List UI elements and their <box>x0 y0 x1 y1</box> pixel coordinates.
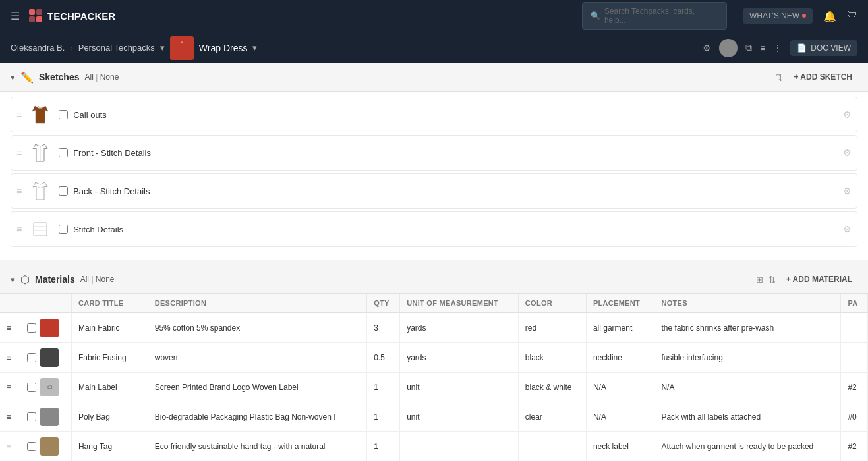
filter-icon[interactable]: ≡ <box>760 43 765 53</box>
project-dropdown-icon[interactable]: ▾ <box>252 43 257 53</box>
material-color: black & white <box>518 373 586 402</box>
material-notes: N/A <box>654 373 841 402</box>
sketch-back-icon <box>28 179 52 203</box>
sketches-filter-all[interactable]: All <box>84 72 93 82</box>
materials-header-right: ⊞ ⇅ + ADD MATERIAL <box>756 272 857 286</box>
materials-grid-icon[interactable]: ⊞ <box>756 275 763 285</box>
color-swatch <box>40 348 59 367</box>
bell-icon[interactable]: 🔔 <box>823 10 836 22</box>
sketches-filter-none[interactable]: None <box>100 72 119 82</box>
th-pa: PA <box>841 294 868 313</box>
thumb-cell <box>20 343 72 373</box>
materials-tbody: ≡ Main Fabric 95% cotton 5% spandex 3 ya… <box>0 313 868 461</box>
materials-filter-none[interactable]: None <box>96 275 115 284</box>
user-avatar[interactable] <box>719 39 738 57</box>
drag-cell[interactable]: ≡ <box>0 313 20 343</box>
svg-rect-1 <box>36 9 42 15</box>
workspace-dropdown-icon[interactable]: ▾ <box>160 43 165 53</box>
add-sketch-button[interactable]: + ADD SKETCH <box>788 70 857 84</box>
sketch-name: Call outs <box>73 110 838 120</box>
material-checkbox[interactable] <box>27 412 36 421</box>
th-unit: UNIT OF MEASUREMENT <box>400 294 519 313</box>
drag-handle-icon[interactable]: ≡ <box>16 224 22 234</box>
material-color: black <box>518 343 586 373</box>
th-qty: QTY <box>367 294 400 313</box>
sketch-settings-icon[interactable]: ⚙ <box>843 224 852 234</box>
material-title[interactable]: Fabric Fusing <box>71 343 148 373</box>
th-placement: PLACEMENT <box>586 294 654 313</box>
material-qty: 1 <box>367 402 400 432</box>
material-title[interactable]: Hang Tag <box>71 432 148 462</box>
materials-table-header: Card Title DESCRIPTION QTY UNIT OF MEASU… <box>0 294 868 313</box>
material-unit: yards <box>400 313 519 343</box>
material-placement: all garment <box>586 313 654 343</box>
sketch-thumbnail <box>27 140 53 166</box>
sketch-checkbox[interactable] <box>59 110 68 119</box>
sketches-title: Sketches <box>39 72 79 82</box>
drag-cell[interactable]: ≡ <box>0 373 20 402</box>
material-checkbox[interactable] <box>27 442 36 451</box>
breadcrumb-workspace[interactable]: Personal Techpacks <box>78 43 155 53</box>
breadcrumb-bar: Oleksandra B. › Personal Techpacks ▾ Wra… <box>0 32 868 63</box>
material-title[interactable]: Main Label <box>71 373 148 402</box>
search-placeholder: Search Techpacks, cards, help... <box>604 7 718 25</box>
material-placement: N/A <box>586 373 654 402</box>
doc-view-button[interactable]: 📄 DOC VIEW <box>790 40 857 56</box>
sketch-settings-icon[interactable]: ⚙ <box>843 186 852 196</box>
drag-cell[interactable]: ≡ <box>0 343 20 373</box>
breadcrumb-user[interactable]: Oleksandra B. <box>11 43 65 53</box>
copy-icon[interactable]: ⧉ <box>745 42 752 53</box>
logo-icon <box>28 8 43 24</box>
hamburger-menu[interactable]: ☰ <box>11 10 20 22</box>
materials-toggle[interactable]: ▾ <box>11 275 15 285</box>
drag-cell[interactable]: ≡ <box>0 402 20 432</box>
sketches-header-right: ⇅ + ADD SKETCH <box>776 70 857 84</box>
material-unit: unit <box>400 373 519 402</box>
color-swatch <box>40 408 59 426</box>
shield-icon[interactable]: 🛡 <box>847 10 857 22</box>
drag-handle-icon[interactable]: ≡ <box>16 109 22 120</box>
material-placement: N/A <box>586 402 654 432</box>
more-options-icon[interactable]: ⋮ <box>773 43 782 53</box>
th-color: COLOR <box>518 294 586 313</box>
settings-icon[interactable]: ⚙ <box>703 43 711 53</box>
th-thumb <box>20 294 72 313</box>
search-bar[interactable]: 🔍 Search Techpacks, cards, help... <box>582 2 727 30</box>
drag-handle-icon[interactable]: ≡ <box>16 186 22 196</box>
svg-rect-3 <box>36 16 42 22</box>
material-notes: Pack with all labels attached <box>654 402 841 432</box>
svg-rect-2 <box>29 16 35 22</box>
drag-handle-icon[interactable]: ≡ <box>16 148 22 158</box>
material-checkbox[interactable] <box>27 383 36 392</box>
material-checkbox[interactable] <box>27 353 36 362</box>
material-title[interactable]: Main Fabric <box>71 313 148 343</box>
materials-filter-all[interactable]: All <box>80 275 89 284</box>
breadcrumb-sep-1: › <box>70 43 72 53</box>
sketch-checkbox[interactable] <box>59 148 68 157</box>
sketch-checkbox[interactable] <box>59 225 68 234</box>
material-checkbox[interactable] <box>27 323 36 333</box>
doc-view-label: DOC VIEW <box>811 43 851 53</box>
materials-table-wrap: Card Title DESCRIPTION QTY UNIT OF MEASU… <box>0 294 868 461</box>
sketch-thumbnail <box>27 101 53 128</box>
nav-right: WHAT'S NEW 🔔 🛡 <box>743 8 857 24</box>
add-material-button[interactable]: + ADD MATERIAL <box>781 272 857 286</box>
sketch-icon: ✏️ <box>20 71 34 84</box>
sketches-sort-icon[interactable]: ⇅ <box>776 72 783 82</box>
thumb-cell <box>20 432 72 462</box>
sketch-settings-icon[interactable]: ⚙ <box>843 109 852 120</box>
material-placement: neck label <box>586 432 654 462</box>
color-swatch <box>40 437 59 456</box>
sketch-checkbox[interactable] <box>59 186 68 196</box>
sketches-toggle[interactable]: ▾ <box>11 72 15 82</box>
material-title[interactable]: Poly Bag <box>71 402 148 432</box>
top-nav: ☰ TECHPACKER 🔍 Search Techpacks, cards, … <box>0 0 868 32</box>
materials-section: ▾ ⬡ Materials All | None ⊞ ⇅ + ADD MATER… <box>0 265 868 461</box>
whats-new-button[interactable]: WHAT'S NEW <box>743 8 813 24</box>
materials-sort-icon[interactable]: ⇅ <box>768 275 776 285</box>
drag-cell[interactable]: ≡ <box>0 432 20 462</box>
sketch-settings-icon[interactable]: ⚙ <box>843 148 852 158</box>
thumb-cell: 🏷 <box>20 373 72 402</box>
material-qty: 1 <box>367 373 400 402</box>
breadcrumb-project[interactable]: Wrap Dress <box>199 43 248 53</box>
